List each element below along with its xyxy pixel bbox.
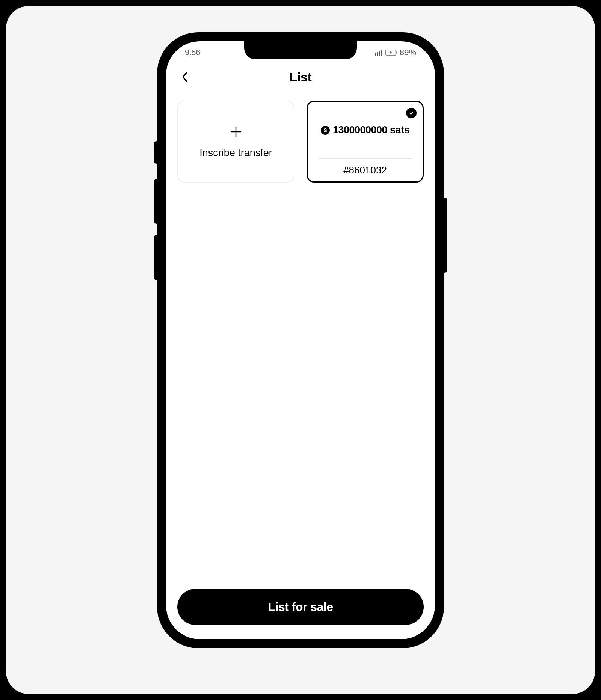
battery-percent: 89% bbox=[400, 48, 416, 57]
sats-badge-icon: S bbox=[321, 126, 330, 135]
sats-amount-row: S 1300000000 sats bbox=[319, 102, 412, 159]
inscribe-label: Inscribe transfer bbox=[199, 147, 272, 159]
back-button[interactable] bbox=[177, 69, 192, 84]
svg-rect-0 bbox=[375, 53, 376, 56]
list-for-sale-button[interactable]: List for sale bbox=[177, 589, 424, 625]
inscribe-transfer-card[interactable]: Inscribe transfer bbox=[177, 101, 294, 183]
status-time: 9:56 bbox=[185, 48, 200, 57]
selected-check-icon bbox=[406, 108, 417, 118]
sats-id: #8601032 bbox=[343, 159, 387, 181]
battery-icon bbox=[385, 50, 397, 56]
svg-rect-5 bbox=[396, 51, 397, 54]
status-right: 89% bbox=[375, 48, 416, 57]
svg-rect-1 bbox=[377, 52, 378, 56]
sats-item-card[interactable]: S 1300000000 sats #8601032 bbox=[307, 101, 424, 183]
footer: List for sale bbox=[177, 589, 424, 625]
phone-side-button bbox=[154, 179, 159, 224]
phone-screen: 9:56 bbox=[166, 41, 435, 639]
page-title: List bbox=[290, 70, 311, 84]
phone-side-button bbox=[442, 198, 447, 273]
plus-icon bbox=[230, 125, 242, 140]
phone-notch bbox=[244, 41, 357, 59]
sats-amount: 1300000000 sats bbox=[333, 124, 409, 136]
svg-rect-2 bbox=[379, 51, 380, 56]
svg-rect-3 bbox=[381, 50, 382, 56]
page-background: 9:56 bbox=[6, 6, 595, 694]
phone-side-button bbox=[154, 235, 159, 280]
phone-frame: 9:56 bbox=[157, 32, 444, 648]
app-header: List bbox=[166, 64, 435, 90]
card-grid: Inscribe transfer S 1300000000 sats #860… bbox=[166, 90, 435, 193]
chevron-left-icon bbox=[181, 71, 188, 83]
phone-side-button bbox=[154, 141, 159, 164]
signal-icon bbox=[375, 50, 383, 56]
